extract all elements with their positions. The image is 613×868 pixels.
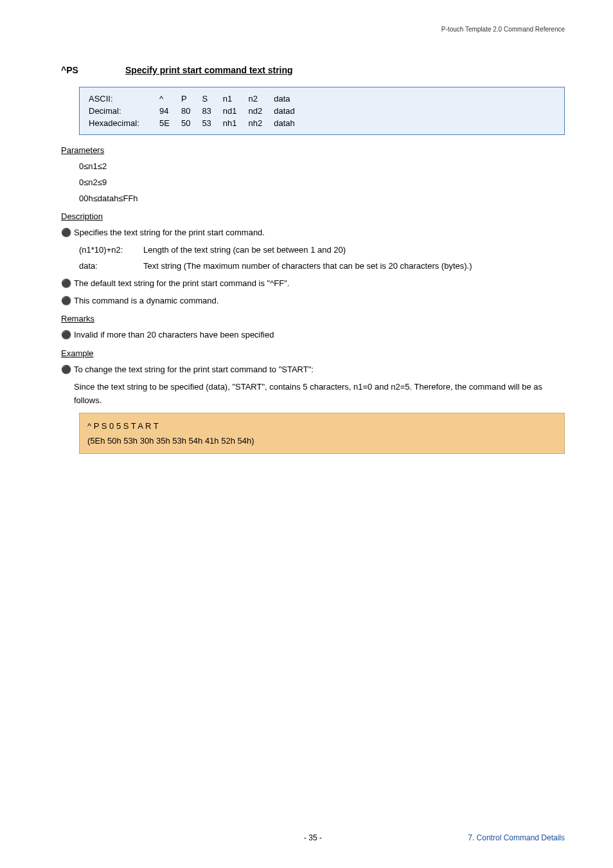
page-footer: - 35 - 7. Control Command Details xyxy=(61,833,565,842)
bullet-item: ⚫ This command is a dynamic command. xyxy=(61,294,565,308)
cmd-name: ^PS xyxy=(61,65,125,75)
example-para: Since the text string to be specified (d… xyxy=(74,381,565,408)
bullet-icon: ⚫ xyxy=(61,294,74,308)
remarks-heading: Remarks xyxy=(61,314,565,323)
cmd-desc: Specify print start command text string xyxy=(125,65,293,75)
example-heading: Example xyxy=(61,348,565,358)
bullet-icon: ⚫ xyxy=(61,363,74,407)
bullet-icon: ⚫ xyxy=(61,329,74,342)
code-line: (5Eh 50h 53h 30h 35h 53h 54h 41h 52h 54h… xyxy=(87,433,556,448)
param-line: 0≤n1≤2 xyxy=(79,160,565,174)
code-line: ^ P S 0 5 S T A R T xyxy=(87,419,556,433)
encoding-table: ASCII: ^ P S n1 n2 data Decimal: 94 80 8… xyxy=(79,87,565,135)
table-row: Decimal: 94 80 83 nd1 nd2 datad xyxy=(89,105,306,117)
bullet-icon: ⚫ xyxy=(61,226,74,240)
table-row: ASCII: ^ P S n1 n2 data xyxy=(89,93,306,105)
bullet-icon: ⚫ xyxy=(61,277,74,291)
table-row: Hexadecimal: 5E 50 53 nh1 nh2 datah xyxy=(89,117,306,129)
description-heading: Description xyxy=(61,212,565,221)
doc-header: P-touch Template 2.0 Command Reference xyxy=(61,26,565,33)
definition-row: (n1*10)+n2: Length of the text string (c… xyxy=(79,244,565,257)
bullet-item: ⚫ To change the text string for the prin… xyxy=(61,363,565,407)
example-code-block: ^ P S 0 5 S T A R T (5Eh 50h 53h 30h 35h… xyxy=(79,413,565,455)
bullet-item: ⚫ Invalid if more than 20 characters hav… xyxy=(61,329,565,342)
page-number: - 35 - xyxy=(61,833,565,842)
param-line: 0≤n2≤9 xyxy=(79,176,565,190)
example-intro: To change the text string for the print … xyxy=(74,363,565,377)
definition-row: data: Text string (The maximum number of… xyxy=(79,260,565,273)
bullet-item: ⚫ The default text string for the print … xyxy=(61,277,565,291)
parameters-heading: Parameters xyxy=(61,145,565,155)
section-title: ^PSSpecify print start command text stri… xyxy=(61,65,565,75)
bullet-item: ⚫ Specifies the text string for the prin… xyxy=(61,226,565,240)
param-line: 00h≤datah≤FFh xyxy=(79,192,565,206)
